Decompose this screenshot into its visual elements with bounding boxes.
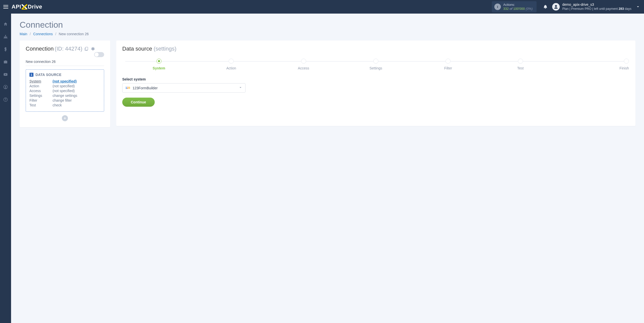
step-label: Action	[226, 66, 236, 70]
question-icon	[3, 97, 8, 102]
step-action[interactable]: Action	[195, 59, 267, 70]
svg-rect-7	[5, 38, 6, 38]
actions-counter[interactable]: Actions: 332 of 100'000 (0%)	[492, 1, 537, 12]
data-source-box: 1 DATA SOURCE System(not specified)Actio…	[26, 69, 104, 112]
user-menu-caret[interactable]	[635, 5, 641, 9]
connection-heading: Connection (ID: 44274)	[26, 46, 104, 57]
logo-x-icon	[22, 4, 27, 10]
logo-text-drive: Drive	[28, 4, 42, 10]
hamburger-icon	[3, 5, 8, 9]
step-dot	[446, 59, 451, 64]
breadcrumb: Main / Connections / New connection 26	[20, 32, 635, 36]
step-test[interactable]: Test	[484, 59, 556, 70]
ds-row-action[interactable]: Action(not specified)	[29, 84, 100, 88]
enable-toggle[interactable]	[94, 52, 104, 57]
home-icon	[3, 22, 8, 26]
nav-home[interactable]	[0, 21, 11, 28]
data-source-badge: 1	[29, 73, 33, 77]
nav-videos[interactable]	[0, 71, 11, 78]
step-label: System	[153, 66, 165, 70]
step-access[interactable]: Access	[267, 59, 340, 70]
step-dot	[624, 59, 629, 64]
data-source-header: 1 DATA SOURCE	[29, 73, 100, 77]
ds-row-value: (not specified)	[53, 79, 77, 83]
step-label: Filter	[444, 66, 452, 70]
left-rail	[0, 14, 11, 323]
ds-row-filter[interactable]: Filterchange filter	[29, 98, 100, 102]
page-title: Connection	[20, 20, 635, 29]
ds-row-system[interactable]: System(not specified)	[29, 79, 100, 83]
nav-help[interactable]	[0, 96, 11, 103]
user-name: demo_apix-drive_s3	[562, 3, 631, 7]
svg-point-4	[555, 5, 557, 7]
svg-rect-0	[22, 9, 27, 10]
user-icon	[553, 4, 558, 9]
svg-rect-3	[497, 7, 498, 8]
ds-row-value: (not specified)	[53, 89, 75, 93]
svg-rect-8	[7, 38, 7, 38]
nav-account[interactable]	[0, 84, 11, 91]
copy-icon[interactable]	[84, 47, 89, 51]
ds-row-label: System	[29, 79, 48, 83]
step-settings[interactable]: Settings	[340, 59, 412, 70]
actions-text: Actions: 332 of 100'000 (0%)	[503, 3, 533, 11]
ds-row-test[interactable]: Testcheck	[29, 103, 100, 107]
svg-rect-6	[4, 38, 5, 38]
add-step-button[interactable]: +	[62, 115, 68, 121]
briefcase-icon	[3, 60, 8, 64]
system-logo-icon: 123	[126, 86, 130, 90]
gear-icon[interactable]	[90, 47, 95, 51]
ds-row-value: change settings	[53, 94, 77, 98]
nav-connections[interactable]	[0, 33, 11, 40]
nav-tools[interactable]	[0, 58, 11, 65]
notifications-button[interactable]	[541, 3, 550, 11]
main: Connection Main / Connections / New conn…	[11, 14, 644, 323]
data-source-title: DATA SOURCE	[35, 73, 61, 77]
step-label: Access	[298, 66, 309, 70]
chevron-down-icon	[636, 5, 640, 9]
svg-point-2	[497, 6, 498, 6]
step-label: Test	[517, 66, 524, 70]
svg-rect-14	[86, 47, 88, 50]
dollar-icon	[3, 47, 8, 52]
svg-rect-5	[5, 35, 6, 36]
user-plan: Plan | Premium PRO | left until payment …	[562, 7, 631, 11]
actions-value: 332 of 100'000 (0%)	[503, 7, 533, 11]
step-dot	[301, 59, 306, 64]
select-system-dropdown[interactable]: 123 123FormBuilder	[122, 83, 246, 93]
svg-point-11	[5, 86, 6, 87]
ds-row-label: Action	[29, 84, 48, 88]
ds-row-label: Filter	[29, 98, 48, 102]
step-dot	[229, 59, 234, 64]
step-dot	[373, 59, 378, 64]
ds-row-value: check	[53, 103, 62, 107]
menu-toggle-button[interactable]	[2, 3, 10, 11]
select-system-label: Select system	[122, 77, 629, 81]
continue-button[interactable]: Continue	[122, 98, 155, 107]
user-block[interactable]: demo_apix-drive_s3 Plan | Premium PRO | …	[562, 3, 631, 11]
step-system[interactable]: System	[123, 59, 195, 70]
step-filter[interactable]: Filter	[412, 59, 484, 70]
ds-row-value: (not specified)	[53, 84, 75, 88]
bell-icon	[543, 4, 548, 9]
step-finish[interactable]: Finish	[557, 59, 629, 70]
info-icon	[494, 4, 501, 10]
logo[interactable]: API Drive	[12, 4, 42, 10]
crumb-current: New connection 26	[59, 32, 89, 36]
step-label: Settings	[370, 66, 382, 70]
crumb-main[interactable]: Main	[20, 32, 27, 36]
step-dot	[518, 59, 523, 64]
sitemap-icon	[3, 34, 8, 39]
connection-summary-card: Connection (ID: 44274) New connection 26…	[20, 41, 110, 127]
chevron-down-icon	[239, 86, 242, 90]
ds-row-label: Settings	[29, 94, 48, 98]
user-avatar[interactable]	[552, 3, 560, 11]
select-system-value: 123FormBuilder	[133, 86, 158, 90]
crumb-connections[interactable]: Connections	[33, 32, 53, 36]
ds-row-settings[interactable]: Settingschange settings	[29, 94, 100, 98]
svg-point-13	[5, 100, 6, 101]
ds-row-access[interactable]: Access(not specified)	[29, 89, 100, 93]
wizard-stepper: SystemActionAccessSettingsFilterTestFini…	[122, 59, 629, 70]
step-dot	[156, 59, 162, 64]
nav-billing[interactable]	[0, 46, 11, 53]
